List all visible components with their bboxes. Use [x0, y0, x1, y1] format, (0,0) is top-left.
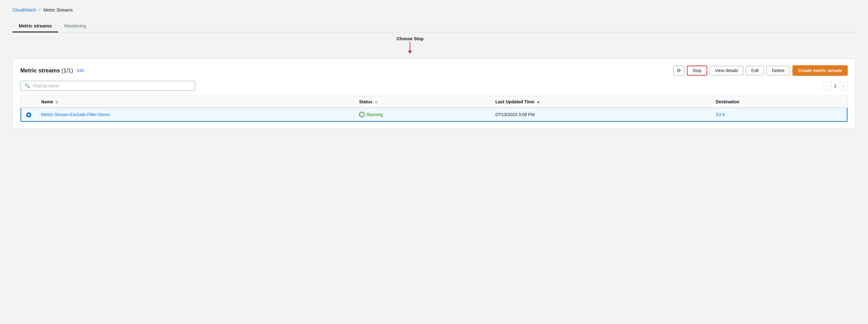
- destination-link[interactable]: S3 ⧉: [716, 112, 842, 117]
- col-last-updated: Last Updated Time ▼: [490, 96, 711, 108]
- pagination-next-button[interactable]: ›: [839, 82, 848, 90]
- annotation-arrow-head: [408, 51, 412, 54]
- metric-streams-card: Metric streams (1/1) Info ⟳ Stop View de…: [12, 59, 856, 129]
- running-status-icon: ✓: [359, 112, 365, 117]
- table-wrapper: Name ▽ Status ▽ Last Updated Time ▼ Dest…: [20, 96, 848, 122]
- breadcrumb-cloudwatch-link[interactable]: CloudWatch: [12, 7, 36, 12]
- search-row: 🔍 ‹ 1 ›: [20, 81, 848, 91]
- pagination: ‹ 1 ›: [823, 82, 848, 90]
- table-body: Metric-Stream-Exclude-Filter-Demo ✓ Runn…: [21, 108, 847, 122]
- col-name: Name ▽: [36, 96, 354, 108]
- breadcrumb-current: Metric Streams: [43, 7, 73, 12]
- tab-metric-streams[interactable]: Metric streams: [12, 20, 58, 32]
- table-header: Name ▽ Status ▽ Last Updated Time ▼ Dest…: [21, 96, 847, 108]
- annotation-label: Choose Stop: [397, 36, 423, 41]
- breadcrumb: CloudWatch > Metric Streams: [12, 7, 856, 12]
- search-icon: 🔍: [24, 83, 30, 89]
- annotation-choose-stop: Choose Stop: [397, 36, 423, 54]
- breadcrumb-separator: >: [39, 8, 41, 12]
- col-destination: Destination: [711, 96, 847, 108]
- status-running: ✓ Running: [359, 112, 486, 117]
- row-destination-cell: S3 ⧉: [711, 108, 847, 122]
- stream-name-link[interactable]: Metric-Stream-Exclude-Filter-Demo: [41, 112, 110, 117]
- pagination-prev-button[interactable]: ‹: [823, 82, 832, 90]
- radio-selected-icon: [26, 112, 31, 117]
- metric-streams-table: Name ▽ Status ▽ Last Updated Time ▼ Dest…: [21, 96, 847, 122]
- card-title-group: Metric streams (1/1) Info: [20, 67, 84, 74]
- tabs-container: Metric streams Monitoring: [12, 20, 856, 32]
- stop-button[interactable]: Stop: [687, 66, 707, 75]
- card-header: Metric streams (1/1) Info ⟳ Stop View de…: [20, 65, 848, 76]
- destination-label: S3: [716, 112, 721, 117]
- name-sort-icon[interactable]: ▽: [56, 100, 58, 104]
- card-count: (1/1): [62, 67, 73, 74]
- col-status: Status ▽: [354, 96, 491, 108]
- create-metric-stream-button[interactable]: Create metric stream: [793, 65, 848, 76]
- info-link[interactable]: Info: [77, 68, 84, 73]
- status-sort-icon[interactable]: ▽: [375, 100, 377, 104]
- last-updated-value: 07/13/2023 3:08 PM: [495, 112, 534, 117]
- last-updated-sort-icon[interactable]: ▼: [537, 100, 540, 104]
- search-input[interactable]: [33, 83, 191, 88]
- row-last-updated-cell: 07/13/2023 3:08 PM: [490, 108, 711, 122]
- card-title-text: Metric streams: [20, 67, 60, 74]
- status-label: Running: [367, 112, 383, 117]
- delete-button[interactable]: Delete: [767, 66, 789, 75]
- col-checkbox: [21, 96, 36, 108]
- search-bar: 🔍: [20, 81, 195, 91]
- external-link-icon: ⧉: [722, 112, 725, 117]
- pagination-page: 1: [834, 83, 836, 88]
- refresh-button[interactable]: ⟳: [674, 66, 684, 76]
- edit-button[interactable]: Edit: [746, 66, 764, 75]
- annotation-arrow: [408, 42, 412, 54]
- table-row[interactable]: Metric-Stream-Exclude-Filter-Demo ✓ Runn…: [21, 108, 847, 122]
- tab-monitoring[interactable]: Monitoring: [58, 20, 92, 32]
- refresh-icon: ⟳: [677, 68, 681, 74]
- row-status-cell: ✓ Running: [354, 108, 491, 122]
- row-radio-cell[interactable]: [21, 108, 36, 122]
- row-name-cell: Metric-Stream-Exclude-Filter-Demo: [36, 108, 354, 122]
- card-title: Metric streams (1/1): [20, 67, 73, 74]
- annotation-arrow-line: [410, 42, 410, 51]
- view-details-button[interactable]: View details: [710, 66, 743, 75]
- action-buttons: ⟳ Stop View details Edit Delete Create m…: [674, 65, 848, 76]
